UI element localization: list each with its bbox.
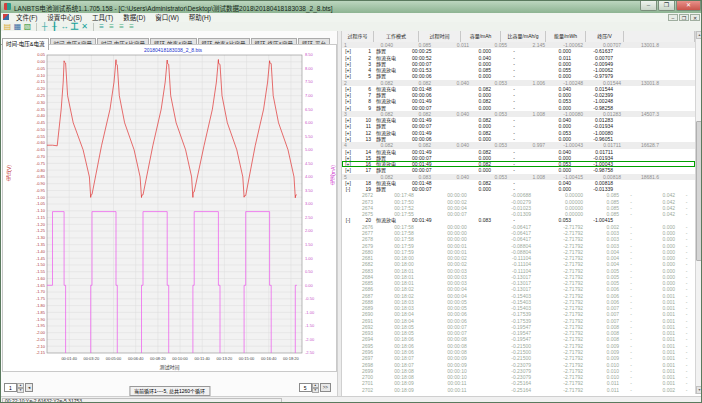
scale-adjust-icon[interactable]: ↔ <box>60 22 69 31</box>
svg-text:00:11:40: 00:11:40 <box>195 356 211 360</box>
marker-cross-icon[interactable]: ┼ <box>40 22 49 31</box>
svg-text:-1.35: -1.35 <box>36 242 46 247</box>
close-button[interactable]: ✕ <box>676 1 701 11</box>
mdi-minimize-button[interactable]: – <box>668 14 678 21</box>
svg-text:-1.95: -1.95 <box>36 323 46 328</box>
svg-text:00:15:00: 00:15:00 <box>239 356 255 360</box>
marker-point-icon[interactable]: ╂ <box>50 22 59 31</box>
svg-text:1.00: 1.00 <box>305 256 314 261</box>
svg-text:-1.60: -1.60 <box>36 276 46 281</box>
svg-text:4.50: 4.50 <box>305 161 314 166</box>
data-list-icon-4[interactable]: ≡ <box>127 22 136 31</box>
svg-text:-2.05: -2.05 <box>36 337 46 342</box>
column-header: 过程时间 <box>419 31 461 42</box>
chart-title: 20180418183038_2_8.bts <box>63 47 283 53</box>
menu-item-0[interactable]: 文件(F) <box>11 13 42 22</box>
svg-text:-0.05: -0.05 <box>36 66 46 71</box>
svg-text:-2.00: -2.00 <box>305 337 315 342</box>
close-curve-icon[interactable]: ✕ <box>80 22 89 31</box>
svg-text:00:13:20: 00:13:20 <box>217 356 233 360</box>
scrollbar-thumb[interactable] <box>696 121 702 261</box>
cell: -0.25164 <box>482 387 534 393</box>
svg-text:0.50: 0.50 <box>305 269 314 274</box>
svg-text:4.00: 4.00 <box>305 174 314 179</box>
svg-text:0.05: 0.05 <box>37 52 46 57</box>
svg-text:-0.75: -0.75 <box>36 161 46 166</box>
spin-down-icon[interactable]: ▼ <box>17 388 24 393</box>
svg-text:6.50: 6.50 <box>305 107 314 112</box>
menu-item-4[interactable]: 窗口(W) <box>150 13 183 22</box>
svg-text:-0.20: -0.20 <box>36 86 46 91</box>
svg-text:-0.85: -0.85 <box>36 174 46 179</box>
svg-text:-0.90: -0.90 <box>36 181 46 186</box>
tab-0[interactable]: 时间-电压&电流 <box>2 38 49 50</box>
svg-text:-0.25: -0.25 <box>36 93 46 98</box>
svg-text:-1.50: -1.50 <box>36 262 46 267</box>
export-image-icon[interactable]: ▧ <box>23 22 32 31</box>
svg-text:7.00: 7.00 <box>305 93 314 98</box>
app-window: LANBTS电池测试系统1.1.705.158 - [C:\Users\Admi… <box>0 0 702 403</box>
cell: -2.71792 <box>534 387 586 393</box>
data-list-icon-3[interactable]: ≡ <box>117 22 126 31</box>
column-header: 终压/V <box>586 31 624 42</box>
svg-text:1.50: 1.50 <box>305 242 314 247</box>
document-icon <box>3 14 9 20</box>
maximize-button[interactable]: ❐ <box>658 1 675 11</box>
svg-text:0.00: 0.00 <box>37 59 46 64</box>
menu-item-5[interactable]: 帮助(H) <box>184 13 216 22</box>
svg-text:00:06:40: 00:06:40 <box>128 356 144 360</box>
chart-widget: 20180418183038_2_8.bts 电压(V) 电流(mA) 0.05… <box>2 44 337 372</box>
column-header: 容量/mAh <box>461 31 501 42</box>
data-list-icon-1[interactable]: ≡ <box>97 22 106 31</box>
open-file-icon[interactable]: ▤ <box>3 22 12 31</box>
svg-text:-1.65: -1.65 <box>36 283 46 288</box>
tools-icon[interactable]: 工 <box>70 22 79 31</box>
svg-text:-1.30: -1.30 <box>36 235 46 240</box>
data-list-icon-2[interactable]: ≡ <box>107 22 116 31</box>
column-header: 比容量/mAh/g <box>501 31 546 42</box>
svg-text:-1.10: -1.10 <box>36 208 46 213</box>
svg-text:-0.50: -0.50 <box>36 127 46 132</box>
left-axis-label: 电压(V) <box>5 165 12 182</box>
cursor-position-readout: 00:22:10;Y=-2.61632;Y2=-5.31753 <box>2 398 282 403</box>
spin-down-icon[interactable]: ▼ <box>312 388 319 393</box>
cycle-range-label[interactable]: 当前循环1----5, 总共1260个循环 <box>129 386 210 396</box>
menu-item-1[interactable]: 设置中心(S) <box>42 13 87 22</box>
column-header: 能量/mWh <box>546 31 586 42</box>
save-icon[interactable]: ▦ <box>13 22 22 31</box>
menu-item-3[interactable]: 数据(D) <box>118 13 150 22</box>
svg-text:-1.90: -1.90 <box>36 317 46 322</box>
svg-text:00:16:40: 00:16:40 <box>261 356 277 360</box>
table-row[interactable]: 270200:18:0900:00:11-0.25164-2.717920.01… <box>342 387 695 393</box>
mdi-restore-button[interactable]: ❐ <box>679 14 689 21</box>
svg-text:-0.15: -0.15 <box>36 79 46 84</box>
svg-text:7.50: 7.50 <box>305 79 314 84</box>
scroll-up-icon[interactable]: ▲ <box>696 31 702 39</box>
end-cycle-spinner[interactable]: 5 <box>299 383 312 392</box>
svg-text:-0.10: -0.10 <box>36 73 46 78</box>
cell: - <box>622 387 640 393</box>
svg-text:-0.50: -0.50 <box>305 296 315 301</box>
svg-text:-1.45: -1.45 <box>36 256 46 261</box>
mdi-close-button[interactable]: ✕ <box>690 14 700 21</box>
svg-text:00:10:00: 00:10:00 <box>172 356 188 360</box>
fast-forward-button[interactable]: >> <box>320 383 331 392</box>
svg-text:2.50: 2.50 <box>305 215 314 220</box>
svg-text:00:05:00: 00:05:00 <box>106 356 122 360</box>
vertical-scrollbar[interactable]: ▲ ▼ <box>695 31 702 394</box>
menu-item-2[interactable]: 工具(T) <box>87 13 118 22</box>
svg-text:3.00: 3.00 <box>305 201 314 206</box>
start-cycle-spinner[interactable]: 1 <box>4 383 17 392</box>
svg-text:-1.80: -1.80 <box>36 303 46 308</box>
prev-cycle-button[interactable]: ◂ <box>25 383 33 392</box>
minimize-button[interactable]: – <box>640 1 657 11</box>
svg-text:00:08:20: 00:08:20 <box>150 356 166 360</box>
svg-text:-0.95: -0.95 <box>36 188 46 193</box>
scroll-down-icon[interactable]: ▼ <box>696 386 702 394</box>
svg-text:-0.45: -0.45 <box>36 120 46 125</box>
svg-text:-1.00: -1.00 <box>305 310 315 315</box>
app-logo-icon <box>4 3 11 10</box>
svg-text:-1.75: -1.75 <box>36 296 46 301</box>
svg-text:-1.20: -1.20 <box>36 222 46 227</box>
svg-text:-0.60: -0.60 <box>36 140 46 145</box>
